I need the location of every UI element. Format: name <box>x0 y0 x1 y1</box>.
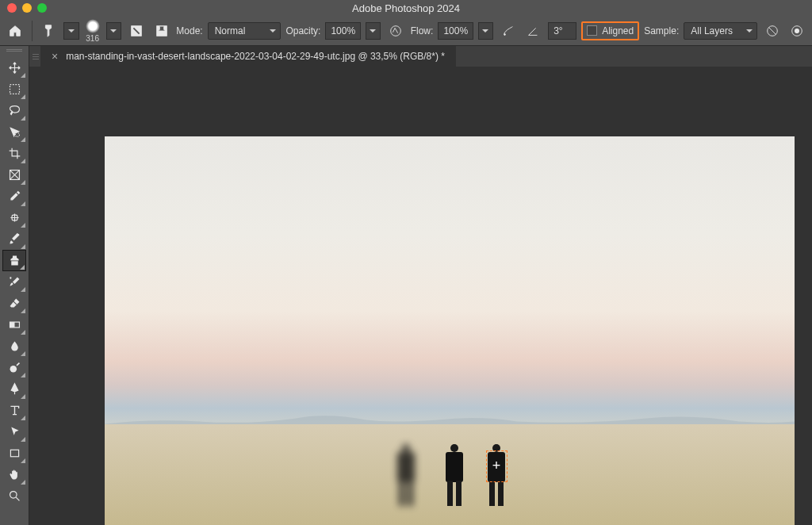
brush-preview[interactable]: 316 <box>86 19 100 43</box>
gradient-tool[interactable] <box>2 314 26 335</box>
tool-preset-picker[interactable] <box>38 21 59 41</box>
minimize-window-button[interactable] <box>22 3 32 13</box>
sample-label: Sample: <box>644 25 679 36</box>
maximize-window-button[interactable] <box>37 3 47 13</box>
cloned-figure-blurred <box>394 444 418 506</box>
svg-point-8 <box>15 132 19 136</box>
rectangle-tool[interactable] <box>2 443 26 464</box>
crop-tool[interactable] <box>2 143 26 164</box>
sample-dropdown[interactable]: All Layers <box>684 22 757 40</box>
angle-icon <box>523 21 544 41</box>
airbrush-toggle[interactable] <box>498 21 519 41</box>
clone-source-panel-toggle[interactable] <box>151 21 172 41</box>
person-figure-center <box>442 444 466 506</box>
aligned-option-highlight: Aligned <box>581 21 639 40</box>
brush-panel-toggle[interactable] <box>126 21 147 41</box>
mode-label: Mode: <box>176 25 202 36</box>
brush-picker-dropdown[interactable] <box>106 22 122 40</box>
brush-tool[interactable] <box>2 228 26 250</box>
close-window-button[interactable] <box>7 3 17 13</box>
tab-drag-handle[interactable] <box>29 46 40 67</box>
opacity-label: Opacity: <box>285 25 320 36</box>
brush-size-value: 316 <box>86 34 99 43</box>
svg-rect-7 <box>10 85 19 94</box>
ignore-adjustment-layers-toggle[interactable] <box>762 21 783 41</box>
marquee-tool[interactable] <box>2 79 26 100</box>
svg-point-15 <box>10 492 16 499</box>
tool-preset-dropdown[interactable] <box>63 22 79 40</box>
flow-dropdown[interactable] <box>478 22 494 40</box>
svg-point-3 <box>504 33 506 35</box>
svg-point-2 <box>391 25 401 36</box>
svg-rect-14 <box>10 450 18 457</box>
window-controls <box>7 3 47 13</box>
svg-point-13 <box>10 366 16 373</box>
aligned-checkbox[interactable] <box>587 25 597 36</box>
opacity-value[interactable]: 100% <box>325 22 360 40</box>
pressure-opacity-toggle[interactable] <box>385 21 406 41</box>
person-figure-right: + <box>485 444 508 506</box>
mode-dropdown[interactable]: Normal <box>208 22 282 40</box>
clone-source-marker: + <box>486 450 508 482</box>
document-tab[interactable]: × man-standing-in-vast-desert-landscape-… <box>40 46 456 67</box>
flow-label: Flow: <box>411 25 434 36</box>
path-select-tool[interactable] <box>2 421 26 443</box>
clone-stamp-tool[interactable] <box>2 250 26 271</box>
window-titlebar: Adobe Photoshop 2024 <box>0 0 812 16</box>
document-tab-label: man-standing-in-vast-desert-landscape-20… <box>66 51 445 62</box>
move-tool[interactable] <box>2 57 26 79</box>
blur-tool[interactable] <box>2 335 26 357</box>
eraser-tool[interactable] <box>2 293 26 314</box>
hand-tool[interactable] <box>2 464 26 485</box>
tools-panel <box>0 46 29 525</box>
options-bar: 316 Mode: Normal Opacity: 100% Flow: 100… <box>0 16 812 46</box>
frame-tool[interactable] <box>2 164 26 186</box>
home-button[interactable] <box>5 21 25 41</box>
document-tabstrip: × man-standing-in-vast-desert-landscape-… <box>29 46 812 67</box>
lasso-tool[interactable] <box>2 100 26 121</box>
quick-select-tool[interactable] <box>2 121 26 143</box>
zoom-tool[interactable] <box>2 485 26 507</box>
close-tab-icon[interactable]: × <box>52 50 58 63</box>
brush-preview-icon <box>86 19 100 33</box>
flow-value[interactable]: 100% <box>438 22 473 40</box>
tools-panel-grip[interactable] <box>6 49 22 54</box>
healing-brush-tool[interactable] <box>2 207 26 228</box>
aligned-label: Aligned <box>602 25 634 36</box>
eyedropper-tool[interactable] <box>2 186 26 207</box>
svg-rect-12 <box>10 322 14 328</box>
angle-value[interactable]: 3° <box>548 22 576 40</box>
app-title: Adobe Photoshop 2024 <box>352 2 460 14</box>
crosshair-icon: + <box>492 458 501 474</box>
svg-point-6 <box>795 29 799 33</box>
document-canvas[interactable]: + <box>105 136 795 525</box>
type-tool[interactable] <box>2 400 26 421</box>
pen-tool[interactable] <box>2 378 26 400</box>
opacity-dropdown[interactable] <box>366 22 381 40</box>
dodge-tool[interactable] <box>2 357 26 378</box>
history-brush-tool[interactable] <box>2 271 26 293</box>
pressure-size-toggle[interactable] <box>787 21 807 41</box>
